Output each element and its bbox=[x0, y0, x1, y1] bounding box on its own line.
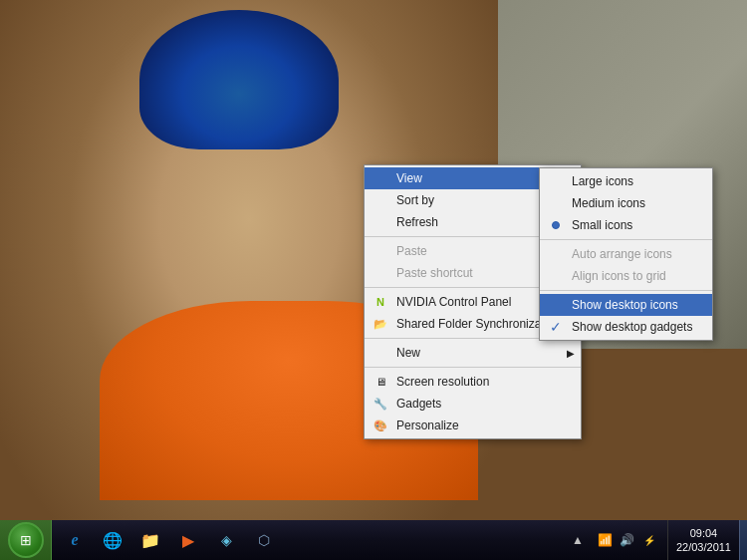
submenu-item-show-desktop-icons[interactable]: Show desktop icons bbox=[540, 294, 712, 316]
submenu-item-medium-icons[interactable]: Medium icons bbox=[540, 192, 712, 214]
start-button[interactable]: ⊞ bbox=[0, 520, 52, 560]
view-submenu: Large icons Medium icons Small icons Aut… bbox=[539, 167, 713, 341]
menu-item-nvidia-label: NVIDIA Control Panel bbox=[396, 295, 511, 309]
submenu-item-show-gadgets[interactable]: ✓ Show desktop gadgets bbox=[540, 316, 712, 338]
menu-item-new-label: New bbox=[396, 346, 420, 360]
submenu-item-show-desktop-icons-label: Show desktop icons bbox=[572, 298, 678, 312]
taskbar-icon-folder[interactable]: 📁 bbox=[132, 522, 168, 558]
shared-folder-icon: 📂 bbox=[371, 318, 390, 331]
personalize-icon: 🎨 bbox=[371, 420, 390, 432]
menu-item-screen-resolution[interactable]: 🖥 Screen resolution bbox=[365, 371, 581, 393]
context-menu: View ▶ Large icons Medium icons Small ic… bbox=[364, 164, 582, 439]
tray-icons-group: 📶 🔊 ⚡ bbox=[592, 530, 663, 550]
menu-item-gadgets[interactable]: 🔧 Gadgets bbox=[365, 393, 581, 415]
nvidia-icon: N bbox=[371, 296, 390, 308]
context-separator-4 bbox=[365, 367, 581, 368]
app2-icon: ⬡ bbox=[258, 532, 270, 548]
taskbar-icon-ie[interactable]: e bbox=[57, 522, 93, 558]
wmp-icon: ▶ bbox=[182, 531, 194, 550]
menu-item-screen-resolution-label: Screen resolution bbox=[396, 375, 489, 389]
start-orb: ⊞ bbox=[8, 522, 44, 558]
clock-time: 09:04 bbox=[690, 526, 718, 540]
menu-item-new-arrow: ▶ bbox=[567, 348, 575, 359]
menu-item-view[interactable]: View ▶ Large icons Medium icons Small ic… bbox=[365, 167, 581, 189]
menu-item-new[interactable]: New ▶ bbox=[365, 342, 581, 364]
submenu-separator-1 bbox=[540, 239, 712, 240]
taskbar-icon-chrome[interactable]: 🌐 bbox=[95, 522, 130, 558]
tray-power-icon[interactable]: ⚡ bbox=[639, 530, 659, 550]
windows-logo: ⊞ bbox=[20, 532, 32, 548]
submenu-separator-2 bbox=[540, 290, 712, 291]
menu-item-paste-shortcut-label: Paste shortcut bbox=[396, 266, 473, 280]
show-gadgets-checkmark: ✓ bbox=[550, 319, 562, 335]
battery-icon: ⚡ bbox=[643, 535, 655, 546]
tray-network-icon[interactable]: 📶 bbox=[596, 530, 616, 550]
taskbar-pinned-icons: e 🌐 📁 ▶ ◈ ⬡ bbox=[52, 520, 287, 560]
menu-item-shared-folder-label: Shared Folder Synchronization bbox=[396, 317, 561, 331]
submenu-item-large-icons[interactable]: Large icons bbox=[540, 170, 712, 192]
taskbar-clock[interactable]: 09:04 22/03/2011 bbox=[667, 520, 739, 560]
submenu-item-large-icons-label: Large icons bbox=[572, 174, 633, 188]
screen-resolution-icon: 🖥 bbox=[371, 376, 390, 388]
gadgets-icon: 🔧 bbox=[371, 398, 390, 411]
submenu-item-auto-arrange[interactable]: Auto arrange icons bbox=[540, 243, 712, 265]
submenu-item-auto-arrange-label: Auto arrange icons bbox=[572, 247, 672, 261]
folder-icon: 📁 bbox=[140, 531, 160, 550]
menu-item-personalize-label: Personalize bbox=[396, 419, 459, 432]
submenu-item-show-gadgets-label: Show desktop gadgets bbox=[572, 320, 692, 334]
chrome-icon: 🌐 bbox=[103, 531, 123, 550]
submenu-item-align-grid[interactable]: Align icons to grid bbox=[540, 265, 712, 287]
menu-item-sort-by-label: Sort by bbox=[396, 193, 434, 207]
show-desktop-button[interactable] bbox=[739, 520, 747, 560]
menu-item-refresh-label: Refresh bbox=[396, 215, 438, 229]
submenu-item-small-icons-label: Small icons bbox=[572, 218, 632, 232]
taskbar-icon-wmp[interactable]: ▶ bbox=[170, 522, 206, 558]
taskbar-icon-app2[interactable]: ⬡ bbox=[246, 522, 282, 558]
network-icon: 📶 bbox=[598, 533, 613, 547]
submenu-item-medium-icons-label: Medium icons bbox=[572, 196, 645, 210]
taskbar-tray: ▲ 📶 🔊 ⚡ bbox=[564, 520, 667, 560]
ie-icon: e bbox=[71, 531, 78, 549]
clock-date: 22/03/2011 bbox=[676, 540, 731, 554]
small-icons-radio bbox=[546, 221, 566, 229]
menu-item-personalize[interactable]: 🎨 Personalize bbox=[365, 415, 581, 436]
menu-item-view-label: View bbox=[396, 171, 422, 185]
menu-item-gadgets-label: Gadgets bbox=[396, 397, 441, 411]
taskbar: ⊞ e 🌐 📁 ▶ ◈ ⬡ ▲ 📶 🔊 bbox=[0, 520, 747, 560]
volume-icon: 🔊 bbox=[620, 533, 634, 547]
submenu-item-small-icons[interactable]: Small icons bbox=[540, 214, 712, 236]
app1-icon: ◈ bbox=[221, 532, 232, 548]
submenu-item-align-grid-label: Align icons to grid bbox=[572, 269, 666, 283]
tray-volume-icon[interactable]: 🔊 bbox=[618, 530, 637, 550]
up-arrow-icon: ▲ bbox=[572, 533, 584, 547]
tray-up-arrow[interactable]: ▲ bbox=[568, 530, 588, 550]
menu-item-paste-label: Paste bbox=[396, 244, 427, 258]
show-gadgets-check: ✓ bbox=[546, 319, 566, 335]
taskbar-icon-app1[interactable]: ◈ bbox=[208, 522, 244, 558]
